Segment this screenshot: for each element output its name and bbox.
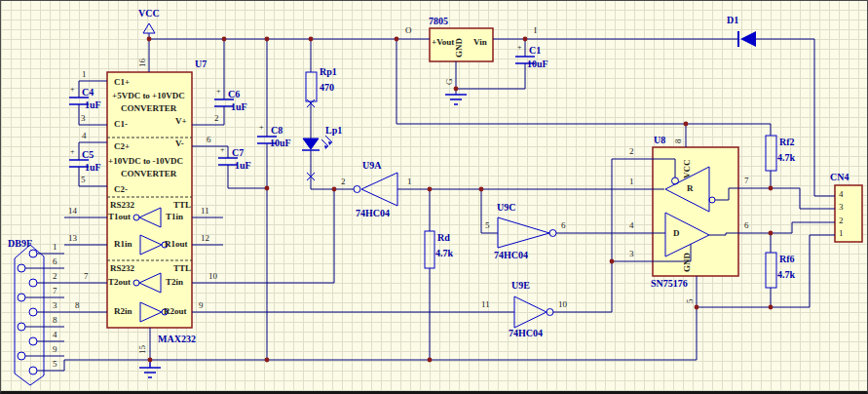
polarity-plus: + [70,148,75,156]
u7-gate-t1in: T1in [166,213,183,221]
u9e-pin-number: 10 [558,300,567,309]
rf6-value: 4.7k [777,270,795,280]
u9a-inverter[interactable] [354,173,397,206]
u9c-inverter[interactable] [498,217,556,248]
u7-pin-number: 12 [201,234,209,243]
rp1-value: 470 [320,83,334,93]
reg7805-designator: 7805 [429,17,448,26]
cn4-pin-number: 2 [839,217,844,225]
resistor-rf2[interactable] [766,136,776,171]
db9f-pin-number: 8 [53,316,57,325]
db9f-pin-number: 7 [53,287,57,296]
u7-pin-number: 7 [84,272,89,281]
c8-value: 10uF [270,138,291,148]
u7-header-rs232-1: RS232 [110,201,134,210]
reg7805-net-g: G [445,79,454,86]
db9f-pin-number: 3 [53,301,57,310]
u7-header-rs232-2: RS232 [110,264,134,273]
c4-value: 1uF [85,100,101,110]
c7-value: 1uF [235,161,251,171]
u7-gate-r1in: R1in [114,240,132,249]
u8-vcc-label: VCC [683,160,692,179]
u9e-part: 74HC04 [509,329,543,338]
u9e-inverter[interactable] [514,296,553,328]
vcc-power-symbol[interactable] [143,23,155,33]
diode-d1[interactable] [738,31,756,47]
u7-converter1-line1: +5VDC to +10VDC [112,92,185,100]
resistor-rp1[interactable] [306,72,317,101]
u7-converter2-line2: CONVERTER [121,170,176,178]
cn4-pin-number: 3 [839,203,844,212]
db9f-pin-number: 5 [53,360,57,369]
reg7805-pin-vout: +Vout [432,38,454,47]
vcc-net-label: VCC [138,9,160,19]
u7-gate-t1out: T1out [108,213,131,221]
lp1-designator: Lp1 [325,126,342,136]
u7-pin-vminus: V- [175,139,184,148]
u9c-pin-number: 5 [485,221,490,230]
db9f-pin-number: 1 [53,243,57,252]
u7-pin-number: 11 [201,207,209,216]
schematic-graphics [1,1,868,394]
reg7805-net-o: O [405,26,412,35]
c5-value: 1uF [85,163,101,173]
c1-value: 10uF [527,59,548,69]
rd-value: 4.7k [435,249,453,258]
u9e-pin-number: 11 [481,300,490,309]
u8-driver-label: D [673,229,680,238]
polarity-plus: + [216,88,221,96]
reg7805-pin-vin: Vin [473,38,487,47]
led-lp1[interactable] [302,136,332,150]
db9f-pin-number: 9 [53,345,57,354]
u7-gate-r2out: R2out [164,307,187,316]
resistor-rd[interactable] [425,231,434,268]
u7-pin-c2plus: C2+ [114,142,130,151]
u7-pin-number: 2 [214,114,219,123]
c1-designator: C1 [529,46,541,56]
u8-receiver-label: R [687,184,694,193]
u9c-part: 74HC04 [494,251,528,260]
schematic-canvas: VCC U7 MAX232 C1+ +5VDC to +10VDC CONVER… [0,0,868,394]
u7-pin-number: 8 [75,301,80,310]
db9f-designator: DB9F [8,239,32,249]
u7-pin-c1plus: C1+ [114,78,130,87]
rp1-designator: Rp1 [320,67,337,77]
u8-designator: U8 [654,136,665,145]
u9a-part: 74HC04 [356,209,390,218]
u9c-pin-number: 6 [561,221,566,230]
u7-designator: U7 [195,59,207,69]
u7-converter2-line1: +10VDC to -10VDC [108,157,183,166]
rf6-designator: Rf6 [779,255,795,264]
rf2-value: 4.7k [777,153,795,163]
u7-pin-number: 4 [82,132,87,140]
u7-part-number: MAX232 [158,335,196,344]
c8-designator: C8 [271,126,283,136]
u8-pin-number: 1 [629,177,634,186]
resistor-rf6[interactable] [766,253,776,288]
u7-header-ttl-2: TTL [173,264,191,273]
u9a-designator: U9A [362,161,381,171]
u7-pin-number: 3 [81,114,86,123]
u7-pin-number: 9 [199,301,204,310]
cn4-designator: CN4 [830,173,849,182]
u9c-designator: U9C [497,203,515,213]
u9a-pin-number: 2 [341,177,346,186]
polarity-plus: + [220,146,225,154]
reg7805-net-i: I [534,26,537,35]
ground-symbol-main[interactable] [139,360,161,377]
c5-designator: C5 [82,150,94,160]
u7-converter1-line2: CONVERTER [121,104,176,113]
c4-designator: C4 [82,88,94,98]
u7-pin-number: 6 [207,136,211,144]
rf2-designator: Rf2 [779,138,795,147]
ground-symbol-7805[interactable] [445,95,467,104]
c6-value: 1uF [231,102,247,112]
polarity-plus: + [70,86,75,94]
db9f-pin-number: 6 [53,257,57,266]
u7-pin-number: 15 [138,345,147,354]
rd-designator: Rd [437,233,450,243]
u8-pin-number: 6 [744,221,749,230]
u8-part-number: SN75176 [651,279,688,289]
cn4-pin-number: 4 [839,190,844,199]
db9f-pin-number: 4 [53,331,57,339]
